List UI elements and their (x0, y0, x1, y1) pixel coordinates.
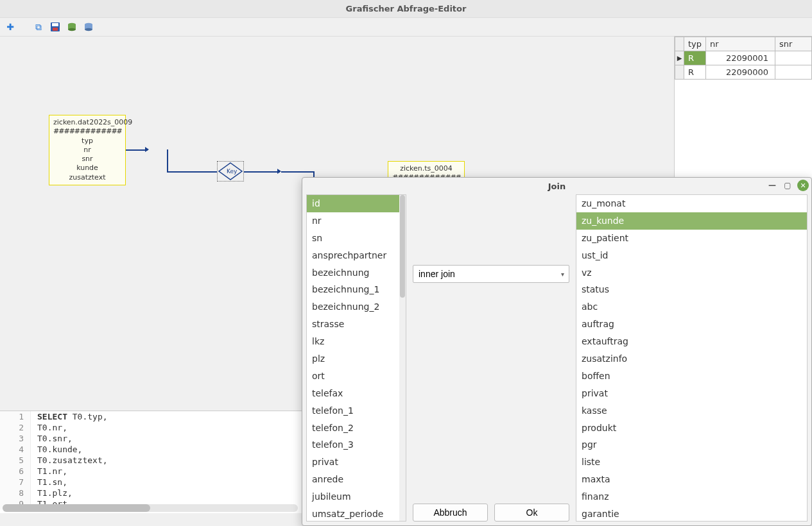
field-item[interactable]: sn (307, 230, 406, 247)
results-header[interactable]: nr (706, 37, 775, 51)
sql-code[interactable]: T1.sn, (31, 477, 67, 488)
results-cell[interactable]: R (684, 65, 706, 80)
save-icon[interactable] (49, 21, 62, 33)
field-item[interactable]: zu_monat (576, 195, 807, 212)
field-item[interactable]: zusatzinfo (576, 350, 807, 368)
field-item[interactable]: ort (307, 368, 406, 385)
field-item[interactable]: bezeichnung_1 (307, 281, 406, 298)
field-item[interactable]: privat (576, 385, 807, 402)
node1-field: zusatztext (53, 173, 121, 182)
field-item[interactable]: telefon_3 (307, 436, 406, 454)
field-item[interactable]: finanz (576, 488, 807, 505)
table-node-1[interactable]: zicken.dat2022s_0009 ############# typ n… (49, 115, 126, 185)
scrollbar[interactable] (399, 195, 406, 521)
copy-icon[interactable]: ⧉ (32, 21, 45, 33)
sql-code[interactable]: T0.kunde, (31, 444, 82, 455)
field-item[interactable]: bezeichnung (307, 264, 406, 282)
results-header[interactable]: typ (684, 37, 706, 51)
sql-code[interactable]: T1.plz, (31, 488, 73, 498)
line-number: 7 (0, 477, 31, 488)
node1-field: typ (53, 137, 121, 146)
node1-field: snr (53, 155, 121, 164)
svg-rect-2 (53, 28, 58, 31)
field-item[interactable]: boffen (576, 368, 807, 385)
results-cell[interactable]: R (684, 51, 706, 65)
field-item[interactable]: kasse (576, 402, 807, 420)
results-header[interactable]: snr (775, 37, 812, 51)
results-row[interactable]: R 22090000 (675, 65, 812, 80)
field-item[interactable]: plz (307, 350, 406, 368)
add-icon[interactable]: ✚ (4, 21, 17, 33)
field-item[interactable]: id (307, 195, 406, 212)
left-field-list[interactable]: idnrsnansprechpartnerbezeichnungbezeichn… (306, 194, 406, 522)
results-cell[interactable] (775, 51, 812, 65)
export-sql-icon[interactable] (65, 21, 78, 33)
dialog-titlebar[interactable]: Join — ▢ ✕ (302, 178, 811, 194)
results-corner (675, 37, 684, 51)
node1-field: kunde (53, 164, 121, 173)
maximize-icon[interactable]: ▢ (782, 180, 793, 191)
sql-code[interactable]: SELECT T0.typ, (31, 411, 108, 422)
node1-title: zicken.dat2022s_0009 (53, 118, 121, 127)
field-item[interactable]: lkz (307, 333, 406, 350)
svg-point-8 (85, 28, 92, 31)
node2-title: zicken.ts_0004 (392, 164, 460, 173)
sql-code[interactable]: T1.nr, (31, 466, 67, 477)
results-cell[interactable] (775, 65, 812, 80)
field-item[interactable]: produkt (576, 420, 807, 437)
field-item[interactable]: abc (576, 298, 807, 316)
join-type-select[interactable]: inner join (413, 265, 569, 283)
field-item[interactable]: auftrag (576, 316, 807, 333)
cancel-button[interactable]: Abbruch (413, 504, 488, 522)
export-xml-icon[interactable] (82, 21, 95, 33)
sql-code[interactable]: T0.nr, (31, 422, 67, 433)
scrollbar-thumb[interactable] (3, 504, 150, 512)
results-table[interactable]: typ nr snr ▶ R 22090001 R 22090000 (675, 37, 812, 80)
join-node[interactable]: Key (217, 161, 244, 182)
results-cell[interactable]: 22090001 (706, 51, 775, 65)
field-item[interactable]: ust_id (576, 247, 807, 264)
field-item[interactable]: nr (307, 212, 406, 230)
window-title: Grafischer Abfrage-Editor (346, 4, 467, 13)
results-cell[interactable]: 22090000 (706, 65, 775, 80)
field-item[interactable]: maxta (576, 471, 807, 488)
field-item[interactable]: strasse (307, 316, 406, 333)
scrollbar-thumb[interactable] (400, 195, 405, 298)
horizontal-scrollbar[interactable] (3, 504, 298, 512)
field-item[interactable]: anrede (307, 471, 406, 488)
field-item[interactable]: zu_kunde (576, 212, 807, 230)
right-field-list[interactable]: zu_monatzu_kundezu_patientust_idvzstatus… (576, 194, 808, 522)
field-item[interactable]: telefon_1 (307, 402, 406, 420)
line-number: 3 (0, 433, 31, 444)
results-row[interactable]: ▶ R 22090001 (675, 51, 812, 65)
field-item[interactable]: umsatz_periode (307, 505, 406, 521)
sql-code[interactable]: T0.zusatztext, (31, 455, 108, 466)
line-number: 5 (0, 455, 31, 466)
toolbar: ✚ ⧉ (0, 18, 812, 36)
field-item[interactable]: liste (576, 454, 807, 471)
ok-button[interactable]: Ok (494, 504, 569, 522)
key-label: Key (227, 168, 237, 174)
field-item[interactable]: garantie (576, 505, 807, 521)
sql-code[interactable]: T0.snr, (31, 433, 73, 444)
field-item[interactable]: pgr (576, 436, 807, 454)
line-number: 8 (0, 488, 31, 498)
join-dialog: Join — ▢ ✕ idnrsnansprechpartnerbezeichn… (302, 177, 812, 526)
minimize-icon[interactable]: — (766, 180, 778, 191)
close-icon[interactable]: ✕ (797, 180, 809, 191)
field-item[interactable]: telefon_2 (307, 420, 406, 437)
field-item[interactable]: status (576, 281, 807, 298)
field-item[interactable]: vz (576, 264, 807, 282)
field-item[interactable]: telefax (307, 385, 406, 402)
field-item[interactable]: ansprechpartner (307, 247, 406, 264)
row-indicator-icon: ▶ (675, 51, 684, 65)
field-item[interactable]: zu_patient (576, 230, 807, 247)
svg-point-5 (68, 28, 76, 31)
field-item[interactable]: bezeichnung_2 (307, 298, 406, 316)
node1-sep: ############# (53, 127, 121, 136)
svg-rect-1 (52, 23, 58, 26)
line-number: 1 (0, 411, 31, 422)
field-item[interactable]: jubileum (307, 488, 406, 505)
field-item[interactable]: privat (307, 454, 406, 471)
field-item[interactable]: extauftrag (576, 333, 807, 350)
